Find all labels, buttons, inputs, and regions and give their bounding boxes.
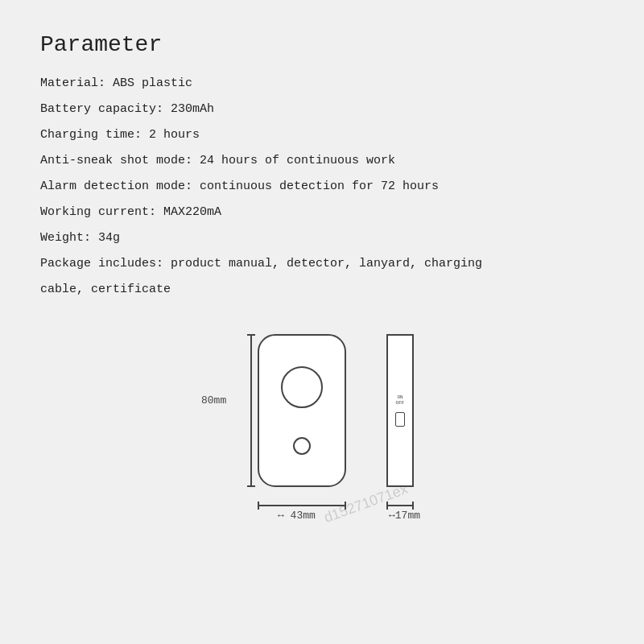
- vertical-dim-line: [243, 334, 259, 487]
- param-charging-time: Charging time: 2 hours: [40, 123, 604, 147]
- param-current: Working current: MAX220mA: [40, 200, 604, 225]
- sensor-dot: [293, 437, 311, 455]
- param-alarm: Alarm detection mode: continuous detecti…: [40, 175, 604, 199]
- dim-17mm-label: ↔17mm: [389, 510, 420, 522]
- param-package-1: Package includes: product manual, detect…: [40, 252, 604, 276]
- vline: [250, 334, 252, 487]
- side-port: [395, 412, 405, 427]
- side-switch-label: ONOFF: [396, 394, 405, 406]
- parameters-section: Material: ABS plastic Battery capacity: …: [40, 72, 604, 302]
- device-side-body: ONOFF: [386, 334, 414, 487]
- dim-80mm-label: 80mm: [201, 394, 226, 407]
- param-package-2: cable, certificate: [40, 278, 604, 302]
- param-anti-sneak: Anti-sneak shot mode: 24 hours of contin…: [40, 149, 604, 173]
- diagram-area: 80mm ONOFF ↔ 43mm ↔17mm: [40, 318, 604, 568]
- device-front-view: [258, 334, 346, 487]
- hline-43: [258, 505, 346, 506]
- hline-17: [386, 505, 414, 506]
- page-title: Parameter: [40, 32, 604, 57]
- dim-43mm-label: ↔ 43mm: [278, 510, 316, 522]
- param-material: Material: ABS plastic: [40, 72, 604, 96]
- lens-circle: [281, 366, 323, 408]
- param-battery: Battery capacity: 230mAh: [40, 97, 604, 122]
- page: Parameter Material: ABS plastic Battery …: [0, 0, 644, 644]
- device-front-body: [258, 334, 346, 487]
- param-weight: Weight: 34g: [40, 226, 604, 250]
- device-side-view: ONOFF: [386, 334, 414, 487]
